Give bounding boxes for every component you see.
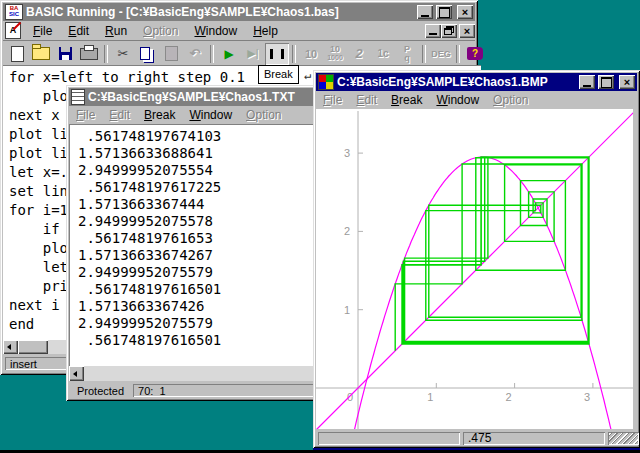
menu-item-option[interactable]: Option	[486, 92, 535, 108]
editor-doc-icon: A	[5, 22, 21, 39]
svg-text:2: 2	[344, 225, 350, 237]
svg-text:3: 3	[584, 391, 590, 403]
undo-button[interactable]: ↶	[183, 43, 207, 65]
open-button[interactable]	[29, 43, 53, 65]
value-line: 1.5713663367426	[78, 298, 322, 315]
svg-text:1: 1	[427, 391, 433, 403]
scroll-left-button[interactable]	[69, 366, 84, 381]
help-button[interactable]: ?	[463, 43, 487, 65]
menu-item-break[interactable]: Break	[384, 92, 429, 108]
svg-text:3: 3	[344, 147, 350, 159]
menu-item-edit[interactable]: Edit	[60, 22, 97, 40]
svg-text:0: 0	[347, 391, 353, 403]
complex-mode-button[interactable]: 1c	[371, 43, 395, 65]
degree-mode-button[interactable]: DEG	[429, 43, 453, 65]
svg-text:1: 1	[344, 304, 350, 316]
value-line: 1.57136633688641	[78, 145, 322, 162]
menu-item-break[interactable]: Break	[137, 107, 182, 123]
rational-mode-button[interactable]: Pq	[395, 43, 419, 65]
status-empty-panel	[318, 432, 460, 445]
open-folder-icon	[32, 47, 50, 60]
mdi-close-button[interactable]: ×	[459, 24, 475, 38]
step-button[interactable]: ▶|	[241, 43, 265, 65]
value-line: .561748197674103	[78, 128, 322, 145]
irrational-mode-button[interactable]: 2	[347, 43, 371, 65]
insert-badge: insert	[5, 357, 73, 370]
scroll-thumb[interactable]	[18, 340, 48, 354]
text-titlebar[interactable]: C:¥BasicEng¥SAMPLE¥Chaos1.TXT	[69, 88, 313, 106]
printer-icon	[80, 48, 98, 60]
toolbar-separator	[292, 45, 296, 63]
text-hscrollbar[interactable]	[69, 366, 313, 381]
pause-icon	[270, 49, 284, 59]
pause-button[interactable]	[265, 43, 289, 65]
menu-item-file[interactable]: File	[316, 92, 349, 108]
main-titlebar[interactable]: BASIC BASIC Running - [C:¥BasicEng¥SAMPL…	[3, 3, 475, 21]
value-line: 2.94999952075578	[78, 213, 322, 230]
menu-item-help[interactable]: Help	[245, 22, 286, 40]
value-line: 2.94999952075579	[78, 264, 322, 281]
text-window-title: C:¥BasicEng¥SAMPLE¥Chaos1.TXT	[88, 90, 311, 104]
menu-item-file[interactable]: File	[69, 107, 102, 123]
copy-icon	[140, 47, 150, 60]
menu-item-option[interactable]: Option	[239, 107, 288, 123]
save-button[interactable]	[53, 43, 77, 65]
main-menubar: A FileEditRunOptionWindowHelp ×	[3, 21, 475, 40]
new-file-button[interactable]	[5, 43, 29, 65]
fraction-bottom: 1000	[327, 54, 343, 62]
run-button[interactable]: ▶	[217, 43, 241, 65]
bmp-statusbar: .475	[316, 429, 640, 447]
toolbar-separator	[210, 45, 214, 63]
menu-item-edit[interactable]: Edit	[102, 107, 137, 123]
text-doc-icon	[71, 89, 85, 105]
complex-icon: 1c	[377, 50, 388, 58]
decimal-icon: 10	[305, 50, 317, 58]
scroll-left-button[interactable]	[3, 340, 18, 354]
menu-item-window[interactable]: Window	[182, 107, 239, 123]
text-window: C:¥BasicEng¥SAMPLE¥Chaos1.TXT FileEditBr…	[66, 85, 316, 401]
paste-button[interactable]	[159, 43, 183, 65]
toolbar-separator	[104, 45, 108, 63]
text-statusbar: Protected 70: 1	[69, 381, 317, 400]
rational-q: q	[404, 54, 410, 62]
eol-mark: ↵	[304, 68, 311, 82]
close-button[interactable]: ×	[457, 5, 473, 19]
value-line: .561748197616501	[78, 281, 322, 298]
toolbar-separator	[422, 45, 426, 63]
close-button[interactable]: ×	[619, 75, 635, 89]
basic-logo-icon: BASIC	[5, 4, 23, 20]
maximize-button[interactable]	[598, 75, 614, 89]
minimize-button[interactable]	[417, 5, 433, 19]
copy-button[interactable]	[135, 43, 159, 65]
paste-icon	[165, 46, 178, 61]
main-title: BASIC Running - [C:¥BasicEng¥SAMPLE¥Chao…	[26, 5, 414, 19]
mdi-restore-button[interactable]	[441, 24, 457, 38]
cut-button[interactable]: ✂	[111, 43, 135, 65]
print-button[interactable]	[77, 43, 101, 65]
value-line: 1.5713663367444	[78, 196, 322, 213]
menu-item-window[interactable]: Window	[186, 22, 245, 40]
mdi-minimize-button[interactable]	[425, 24, 441, 38]
decimal-mode-button[interactable]: 10	[299, 43, 323, 65]
resize-grip[interactable]	[608, 432, 639, 445]
menu-item-option[interactable]: Option	[135, 22, 186, 40]
minimize-button[interactable]	[579, 75, 595, 89]
help-book-icon: ?	[467, 47, 483, 60]
toolbar-separator	[456, 45, 460, 63]
bmp-titlebar[interactable]: C:¥BasicEng¥SAMPLE¥Chaos1.BMP ×	[316, 73, 637, 91]
thousandth-mode-button[interactable]: 101000	[323, 43, 347, 65]
new-file-icon	[11, 46, 24, 62]
bmp-title: C:¥BasicEng¥SAMPLE¥Chaos1.BMP	[337, 75, 576, 89]
value-line: 1.57136633674267	[78, 247, 322, 264]
menu-item-file[interactable]: File	[25, 22, 60, 40]
initial-value-panel: .475	[463, 432, 605, 445]
menu-item-run[interactable]: Run	[97, 22, 135, 40]
value-line: .561748197617225	[78, 179, 322, 196]
value-line: 2.94999952075579	[78, 315, 322, 332]
text-menubar: FileEditBreakWindowOption	[69, 106, 313, 124]
menu-item-edit[interactable]: Edit	[349, 92, 384, 108]
fraction-top: 10	[330, 45, 340, 53]
menu-item-window[interactable]: Window	[429, 92, 486, 108]
maximize-button[interactable]	[436, 5, 452, 19]
scissors-icon: ✂	[118, 46, 129, 61]
